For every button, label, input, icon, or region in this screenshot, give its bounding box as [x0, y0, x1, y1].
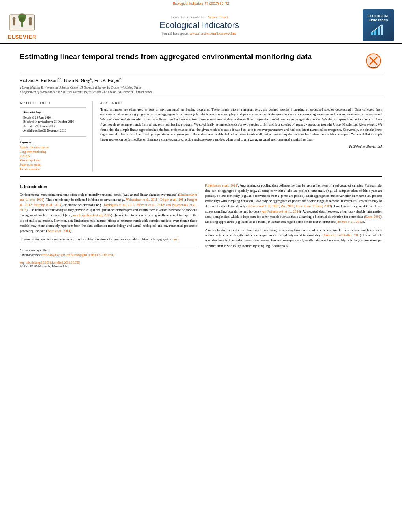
- page: Ecological Indicators 74 (2017) 62–72: [0, 0, 402, 532]
- keyword-6: Trend estimation: [20, 167, 86, 171]
- intro-para-1: Environmental monitoring programs often …: [20, 192, 197, 234]
- keyword-3: MARSS: [20, 154, 86, 158]
- article-title: Estimating linear temporal trends from a…: [20, 52, 359, 62]
- available-date: Available online 22 November 2016: [23, 129, 83, 132]
- abstract-heading: ABSTRACT: [100, 101, 382, 105]
- body-two-columns: 1. Introduction Environmental monitoring…: [20, 183, 382, 269]
- right-column: ABSTRACT Trend estimates are often used …: [100, 101, 382, 172]
- intro-right-text: Puijenbroek et al., 2014). Aggregating o…: [205, 183, 382, 248]
- cite-puijenbroek3[interactable]: van Puijenbroek et al., 2014: [261, 209, 300, 213]
- cite-zar[interactable]: Zar, 2010: [281, 204, 294, 208]
- homepage-url[interactable]: www.elsevier.com/locate/ecolind: [190, 32, 236, 35]
- history-label: Article history:: [23, 111, 83, 114]
- cite-gotelli[interactable]: Gotelli and Ellison, 2013: [296, 204, 331, 208]
- affiliations: a Upper Midwest Environmental Sciences C…: [20, 84, 382, 96]
- sciencedirect-link: Contents lists available at ScienceDirec…: [44, 15, 355, 19]
- keyword-4: Mississippi River: [20, 159, 86, 162]
- journal-title: Ecological Indicators: [44, 20, 355, 30]
- article-title-section: Estimating linear temporal trends from a…: [20, 44, 382, 74]
- email-link[interactable]: rerickson@usgs.gov, raerickson@gmail.com…: [41, 253, 115, 257]
- abstract-paragraph: Trend estimates are often used as part o…: [100, 107, 382, 142]
- body-content: 1. Introduction Environmental monitoring…: [20, 176, 382, 269]
- svg-rect-2: [13, 20, 15, 25]
- svg-rect-11: [378, 27, 380, 35]
- keyword-2: Long term monitoring: [20, 150, 86, 154]
- left-column: ARTICLE INFO Article history: Received 2…: [20, 101, 93, 172]
- svg-rect-7: [29, 20, 32, 25]
- footnotes-section: * Corresponding author. E-mail addresses…: [20, 246, 197, 257]
- keyword-5: State-space model: [20, 163, 86, 167]
- svg-point-6: [29, 17, 32, 20]
- article-content: Estimating linear temporal trends from a…: [0, 44, 402, 268]
- cite-gelman[interactable]: Gelman and Hill, 2007: [248, 204, 279, 208]
- elsevier-label: ELSEVIER: [8, 34, 36, 40]
- journal-reference: Ecological Indicators 74 (2017) 62–72: [0, 0, 402, 6]
- author3-name: , Eric A. Eager: [92, 78, 119, 83]
- received-date: Received 25 June 2016: [23, 116, 83, 119]
- accepted-date: Accepted 28 October 2016: [23, 124, 83, 128]
- issn-text: 1470-160X/Published by Elsevier Ltd.: [20, 265, 197, 268]
- article-info-block: Article history: Received 25 June 2016 R…: [20, 107, 86, 137]
- info-abstract-section: ARTICLE INFO Article history: Received 2…: [20, 96, 382, 176]
- svg-rect-10: [374, 30, 376, 35]
- logo-chart-icon: [370, 24, 386, 36]
- journal-header: ELSEVIER Contents lists available at Sci…: [0, 6, 402, 44]
- keywords-block: Keywords: Aquatic invasive species Long …: [20, 141, 86, 171]
- right-para-2: Another limitation can be the duration o…: [205, 228, 382, 248]
- published-by: Published by Elsevier Ltd.: [100, 145, 382, 149]
- intro-para-2: Environmental scientists and managers of…: [20, 237, 197, 242]
- svg-point-1: [12, 17, 15, 20]
- cite-puijenbroek2[interactable]: van Puijenbroek et al., 2015: [73, 213, 111, 217]
- abstract-text: Trend estimates are often used as part o…: [100, 107, 382, 149]
- cite-groger[interactable]: Gröger et al., 2011: [159, 198, 185, 202]
- author1-name: Richard A. Erickson: [20, 78, 58, 83]
- cite-rodrigues[interactable]: Rodrigues et al., 2011: [104, 203, 134, 207]
- cite-holmes[interactable]: Holmes et al., 2012: [337, 220, 363, 224]
- body-left-column: 1. Introduction Environmental monitoring…: [20, 183, 197, 269]
- crossmark-logo: CrossMark: [365, 52, 382, 70]
- corresponding-author-note: * Corresponding author.: [20, 248, 197, 252]
- author3-sup: b: [119, 77, 121, 81]
- doi-link[interactable]: http://dx.doi.org/10.1016/j.ecolind.2016…: [20, 261, 197, 265]
- cite-weissteiner[interactable]: Weissteiner et al., 2011: [126, 198, 157, 202]
- author2-name: , Brian R. Gray: [61, 78, 90, 83]
- sciencedirect-anchor[interactable]: ScienceDirect: [208, 15, 228, 19]
- journal-ref-text: Ecological Indicators 74 (2017) 62–72: [173, 2, 229, 6]
- intro-body-text: Environmental monitoring programs often …: [20, 192, 197, 242]
- keyword-1: Aquatic invasive species: [20, 146, 86, 149]
- header-center: Contents lists available at ScienceDirec…: [36, 15, 363, 35]
- affiliation-b: b Department of Mathematics and Statisti…: [20, 90, 382, 94]
- body-right-column: Puijenbroek et al., 2014). Aggregating o…: [205, 183, 382, 269]
- right-para-1: Puijenbroek et al., 2014). Aggregating o…: [205, 183, 382, 224]
- affiliation-a: a Upper Midwest Environmental Sciences C…: [20, 86, 382, 89]
- keywords-label: Keywords:: [20, 141, 86, 144]
- elsevier-tree-icon: [8, 11, 36, 33]
- elsevier-logo: ELSEVIER: [8, 11, 36, 40]
- doi-section: http://dx.doi.org/10.1016/j.ecolind.2016…: [20, 258, 197, 268]
- svg-text:CrossMark: CrossMark: [368, 66, 378, 68]
- authors-line: Richard A. Ericksona,*, Brian R. Graya, …: [20, 74, 382, 84]
- journal-logo-right: ECOLOGICAL INDICATORS: [363, 9, 394, 41]
- cite-puijenbroek2014[interactable]: Puijenbroek et al., 2014: [205, 184, 237, 187]
- cite-ward[interactable]: Ward et al., 2014: [47, 229, 70, 233]
- cite-van[interactable]: van: [173, 237, 178, 241]
- section-1-title: 1. Introduction: [20, 185, 197, 189]
- cite-murphy[interactable]: Murphy et al., 2014: [34, 203, 61, 207]
- author1-sup: a,*: [58, 77, 61, 81]
- svg-point-5: [19, 17, 26, 22]
- received-revised-date: Received in revised form 25 October 2016: [23, 120, 83, 124]
- cite-mozner[interactable]: Mózner et al., 2012: [137, 203, 164, 207]
- article-info-heading: ARTICLE INFO: [20, 101, 86, 105]
- cite-suter[interactable]: Suter, 2001: [365, 215, 380, 219]
- journal-homepage: journal homepage: www.elsevier.com/locat…: [44, 32, 355, 35]
- svg-rect-9: [371, 32, 373, 35]
- email-note: E-mail addresses: rerickson@usgs.gov, ra…: [20, 253, 197, 257]
- cite-shumway[interactable]: Shumway and Stoffer, 2011: [322, 233, 360, 237]
- svg-rect-12: [381, 25, 383, 35]
